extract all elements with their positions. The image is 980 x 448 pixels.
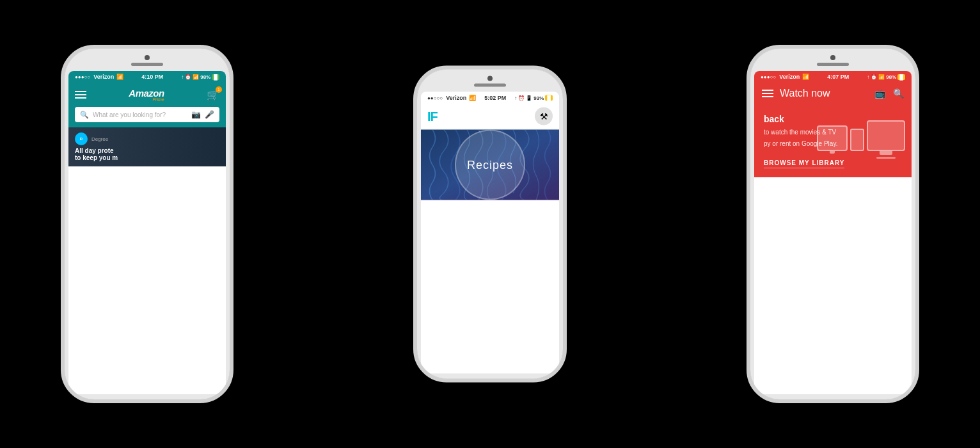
browse-library-label: BROWSE MY LIBRARY	[764, 159, 844, 168]
gplay-header-left: Watch now	[762, 88, 830, 99]
time-center: 5:02 PM	[484, 95, 506, 101]
alarm-center: ⏰	[518, 95, 525, 100]
cart-container[interactable]: 🛒 1	[207, 89, 219, 101]
devices-illustration	[817, 120, 905, 151]
bluetooth-center: 📱	[526, 95, 532, 100]
battery-center: 93%	[533, 95, 544, 100]
carrier-center: Verizon	[446, 95, 466, 101]
if-header: IF ⚒	[421, 104, 559, 130]
bluetooth-right: 📶	[878, 74, 885, 80]
screen-center: ●●○○○ Verizon 📶 5:02 PM ↑ ⏰ 📱 93% █	[421, 92, 559, 374]
alarm-left: ⏰	[185, 74, 191, 80]
cart-badge: 1	[216, 86, 222, 93]
camera-left	[145, 55, 150, 60]
scene: ●●●○○ Verizon 📶 4:10 PM ↑ ⏰ 📶 98% █	[0, 0, 980, 448]
amazon-header: Amazon Prime 🛒 1 🔍 What are you looking …	[68, 83, 226, 127]
monitor-stand	[880, 151, 892, 155]
tablet-stand	[830, 151, 835, 154]
battery-left: 98%	[200, 74, 210, 80]
cast-icon[interactable]: 📺	[874, 88, 885, 99]
phone-right: ●●●○○ Verizon 📶 4:07 PM ↑ ⏰ 📶 98% █	[747, 45, 919, 403]
location-left: ↑	[181, 74, 184, 80]
speaker-center	[474, 84, 506, 87]
signal-center: ●●○○○	[427, 95, 443, 100]
phone-center: ●●○○○ Verizon 📶 5:02 PM ↑ ⏰ 📱 93% █	[413, 66, 567, 383]
location-center: ↑	[514, 95, 517, 100]
time-left: 4:10 PM	[141, 74, 163, 80]
voice-search-icon[interactable]: 🎤	[205, 110, 214, 119]
monitor-device	[867, 120, 905, 151]
status-bar-center: ●●○○○ Verizon 📶 5:02 PM ↑ ⏰ 📱 93% █	[421, 92, 559, 104]
browse-library-button[interactable]: BROWSE MY LIBRARY	[764, 157, 844, 167]
phone-left: ●●●○○ Verizon 📶 4:10 PM ↑ ⏰ 📶 98% █	[61, 45, 233, 403]
recipes-label: Recipes	[467, 158, 513, 172]
alarm-right: ⏰	[871, 74, 877, 80]
amazon-search-bar[interactable]: 🔍 What are you looking for? 📷 🎤	[75, 107, 219, 122]
wifi-right: 📶	[802, 74, 809, 80]
search-placeholder: What are you looking for?	[93, 111, 187, 118]
location-right: ↑	[867, 74, 869, 80]
watch-now-title: Watch now	[780, 88, 830, 99]
speaker-right	[817, 63, 849, 66]
carrier-left: Verizon	[93, 74, 114, 80]
battery-right: 98%	[886, 74, 896, 80]
speaker-left	[131, 63, 163, 66]
ad-text-line2: to keep you m	[75, 154, 219, 161]
amazon-logo: Amazon Prime	[129, 88, 164, 102]
battery-icon-left: █	[212, 74, 219, 80]
hamburger-line-2	[762, 93, 773, 94]
hamburger-line-3	[762, 96, 773, 97]
battery-icon-right: █	[897, 74, 905, 80]
gplay-content: back to watch the movies & TV py or rent…	[754, 104, 912, 177]
recipes-circle[interactable]: Recipes	[455, 130, 525, 200]
phone-device-small	[850, 129, 864, 151]
screen-right: ●●●○○ Verizon 📶 4:07 PM ↑ ⏰ 📶 98% █	[754, 71, 912, 394]
status-bar-left: ●●●○○ Verizon 📶 4:10 PM ↑ ⏰ 📶 98% █	[68, 71, 226, 83]
signal-left: ●●●○○	[75, 74, 90, 80]
monitor-base	[876, 157, 896, 159]
camera-center	[487, 76, 493, 81]
hamburger-menu-right[interactable]	[762, 90, 773, 97]
carrier-right: Verizon	[779, 74, 800, 80]
status-bar-right: ●●●○○ Verizon 📶 4:07 PM ↑ ⏰ 📶 98% █	[754, 71, 912, 83]
if-menu-icon[interactable]: ⚒	[535, 108, 553, 125]
if-content-area: Recipes	[421, 130, 559, 200]
gplay-header-icons: 📺 🔍	[874, 88, 904, 99]
wifi-center: 📶	[469, 95, 476, 101]
ad-brand-row: D Degree	[75, 132, 219, 145]
screen-left: ●●●○○ Verizon 📶 4:10 PM ↑ ⏰ 📶 98% █	[68, 71, 226, 394]
hamburger-line-1	[762, 90, 773, 91]
tablet-device	[817, 125, 848, 151]
battery-icon-center: █	[545, 95, 553, 100]
wifi-left: 📶	[116, 74, 123, 80]
signal-right: ●●●○○	[761, 74, 776, 80]
time-right: 4:07 PM	[827, 74, 849, 80]
camera-right	[830, 55, 835, 60]
if-logo: IF	[427, 109, 438, 124]
degree-logo: D	[75, 132, 88, 145]
hamburger-menu-left[interactable]	[75, 91, 86, 99]
bottom-ad: D Degree All day prote to keep you m	[68, 127, 226, 166]
ad-text-line1: All day prote	[75, 147, 219, 154]
ad-brand-name: Degree	[91, 136, 108, 142]
gplay-header: Watch now 📺 🔍	[754, 83, 912, 104]
camera-search-icon[interactable]: 📷	[191, 110, 201, 119]
search-icon-left: 🔍	[80, 111, 89, 119]
search-icon-right[interactable]: 🔍	[893, 88, 904, 99]
bluetooth-left: 📶	[193, 74, 199, 80]
